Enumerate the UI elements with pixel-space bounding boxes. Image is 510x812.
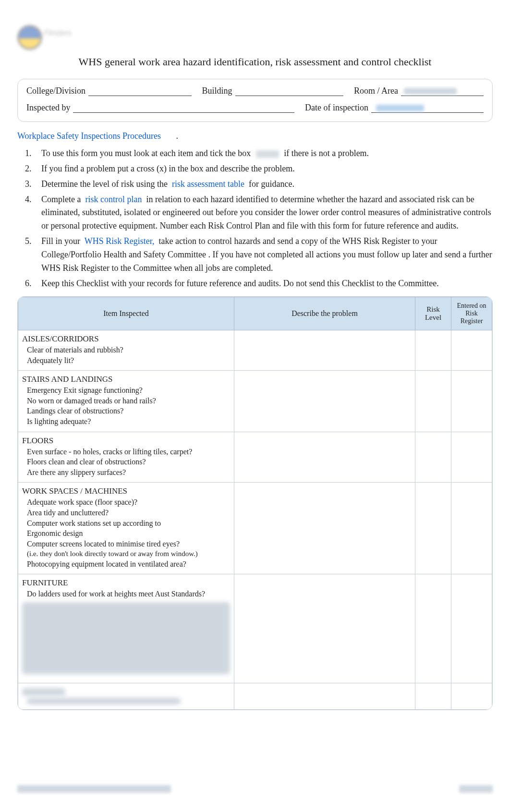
logo-icon	[17, 25, 42, 50]
redacted-text	[163, 131, 174, 141]
item-text: Clear of materials and rubbish?	[27, 345, 215, 355]
checklist-item: Even surface - no holes, cracks or lifti…	[27, 447, 230, 457]
redacted-text	[27, 698, 181, 704]
item-text: Is lighting adequate?	[27, 416, 215, 427]
logo-text: Flinders	[44, 29, 72, 37]
instr-1a: To use this form you must look at each i…	[41, 148, 251, 158]
checklist-table: Item Inspected Describe the problem Risk…	[18, 297, 492, 710]
redacted-footer-left	[17, 785, 171, 793]
redacted-text	[22, 688, 65, 696]
field-inspected-by[interactable]	[73, 104, 294, 113]
cell-entered-on-register[interactable]	[451, 483, 492, 574]
section-items: Do ladders used for work at heights meet…	[18, 589, 234, 683]
table-section: AISLES/CORRIDORSClear of materials and r…	[18, 330, 492, 371]
checklist-body: AISLES/CORRIDORSClear of materials and r…	[18, 330, 492, 710]
field-date-of-inspection[interactable]	[371, 104, 484, 113]
cell-risk-level[interactable]	[415, 574, 451, 683]
instr-4a: Complete a	[41, 194, 81, 204]
cell-describe-problem[interactable]	[234, 483, 415, 574]
item-text: Computer screens located to minimise tir…	[27, 539, 215, 549]
section-heading: FURNITURE	[18, 574, 234, 589]
checklist-item: Computer work stations set up according …	[27, 518, 230, 529]
checklist-item: No worn or damaged treads or hand rails?	[27, 396, 230, 406]
label-inspected-by: Inspected by	[26, 103, 70, 113]
cell-describe-problem[interactable]	[234, 330, 415, 371]
checklist-item: Landings clear of obstructions?	[27, 406, 230, 416]
cell-entered-on-register[interactable]	[451, 371, 492, 432]
label-room-area: Room / Area	[354, 86, 398, 96]
item-text: No worn or damaged treads or hand rails?	[27, 396, 215, 406]
instr-3b: for guidance.	[249, 179, 294, 189]
instruction-3: 3. Determine the level of risk using the…	[25, 177, 493, 192]
cell-describe-problem[interactable]	[234, 683, 415, 709]
cell-entered-on-register[interactable]	[451, 330, 492, 371]
instr-1b: if there is not a problem.	[284, 148, 369, 158]
label-date-of-inspection: Date of inspection	[305, 103, 368, 113]
instruction-2: 2. If you find a problem put a cross (x)…	[25, 161, 493, 177]
checklist-item: (i.e. they don't look directly toward or…	[27, 549, 230, 558]
checklist-item	[27, 698, 230, 704]
field-college-division[interactable]	[88, 87, 192, 96]
section-items: Adequate work space (floor space)?Area t…	[18, 497, 234, 574]
info-box: College/Division Building Room / Area In…	[17, 79, 493, 122]
checklist-item: Is lighting adequate?	[27, 416, 230, 427]
footer	[17, 785, 493, 793]
item-text	[27, 698, 215, 704]
link-risk-assessment-table[interactable]: risk assessment table	[172, 179, 244, 189]
field-building[interactable]	[235, 87, 343, 96]
table-section: FLOORSEven surface - no holes, cracks or…	[18, 432, 492, 483]
link-whs-risk-register[interactable]: WHS Risk Register,	[85, 236, 155, 246]
checklist-item: Ergonomic design	[27, 528, 230, 539]
table-section: STAIRS AND LANDINGSEmergency Exit signag…	[18, 371, 492, 432]
item-text: Landings clear of obstructions?	[27, 406, 215, 416]
checklist-item: Adequate work space (floor space)?	[27, 497, 230, 508]
section-items	[18, 698, 234, 709]
checklist-item: Floors clean and clear of obstructions?	[27, 457, 230, 467]
checklist-item: Clear of materials and rubbish?	[27, 345, 230, 355]
cell-risk-level[interactable]	[415, 330, 451, 371]
redacted-text	[404, 88, 457, 95]
th-entered-on-register: Entered on Risk Register	[451, 297, 492, 330]
table-section: WORK SPACES / MACHINES Adequate work spa…	[18, 483, 492, 574]
link-procedures[interactable]: Workplace Safety Inspections Procedures	[17, 131, 161, 141]
section-items: Emergency Exit signage functioning?No wo…	[18, 385, 234, 431]
section-heading: FLOORS	[18, 432, 234, 447]
item-text: Are there any slippery surfaces?	[27, 467, 215, 478]
cell-risk-level[interactable]	[415, 683, 451, 709]
field-room-area[interactable]	[401, 87, 484, 96]
cell-risk-level[interactable]	[415, 483, 451, 574]
cell-describe-problem[interactable]	[234, 371, 415, 432]
instr-5a: Fill in your	[41, 236, 80, 246]
section-heading: AISLES/CORRIDORS	[18, 330, 234, 345]
table-section: FURNITURE Do ladders used for work at he…	[18, 574, 492, 683]
section-heading: STAIRS AND LANDINGS	[18, 371, 234, 385]
item-text: Adequately lit?	[27, 355, 215, 366]
instruction-4: 4. Complete a risk control plan in relat…	[25, 192, 493, 234]
checklist-table-wrap: Item Inspected Describe the problem Risk…	[17, 296, 493, 710]
th-risk-level: Risk Level	[415, 297, 451, 330]
checklist-item: Are there any slippery surfaces?	[27, 467, 230, 478]
section-items: Clear of materials and rubbish?Adequatel…	[18, 345, 234, 370]
item-text: Even surface - no holes, cracks or lifti…	[27, 447, 215, 457]
cell-describe-problem[interactable]	[234, 574, 415, 683]
cell-risk-level[interactable]	[415, 432, 451, 483]
redacted-text	[256, 150, 279, 158]
redacted-footer-right	[459, 785, 493, 793]
cell-entered-on-register[interactable]	[451, 683, 492, 709]
cell-risk-level[interactable]	[415, 371, 451, 432]
page: Flinders WHS general work area hazard id…	[0, 0, 510, 812]
redacted-text	[376, 105, 424, 111]
section-items: Even surface - no holes, cracks or lifti…	[18, 447, 234, 483]
item-text: Adequate work space (floor space)?	[27, 497, 215, 508]
checklist-item: Do ladders used for work at heights meet…	[27, 589, 230, 599]
link-risk-control-plan[interactable]: risk control plan	[85, 194, 142, 204]
checklist-item: Photocopying equipment located in ventil…	[27, 559, 230, 570]
instr-6: Keep this Checklist with your records fo…	[41, 277, 493, 291]
cell-entered-on-register[interactable]	[451, 574, 492, 683]
item-text: Emergency Exit signage functioning?	[27, 385, 215, 396]
cell-describe-problem[interactable]	[234, 432, 415, 483]
th-describe-problem: Describe the problem	[234, 297, 415, 330]
cell-entered-on-register[interactable]	[451, 432, 492, 483]
checklist-item: Emergency Exit signage functioning?	[27, 385, 230, 396]
page-title: WHS general work area hazard identificat…	[17, 56, 493, 68]
